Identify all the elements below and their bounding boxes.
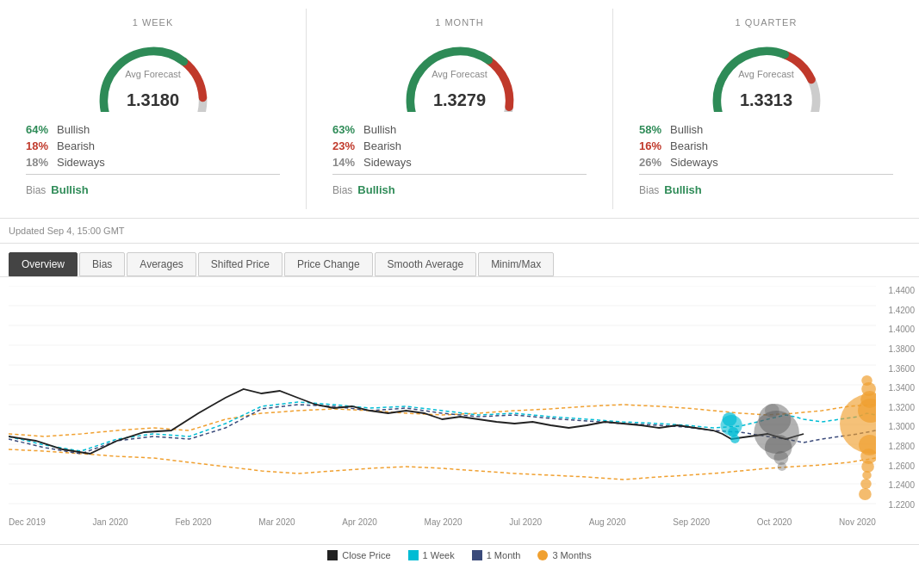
- bullish-row: 58% Bullish: [639, 123, 893, 136]
- svg-point-15: [730, 435, 739, 443]
- y-label: 1.3200: [888, 403, 915, 412]
- bias-value: Bullish: [664, 183, 701, 196]
- sideways-label: Sideways: [670, 156, 718, 169]
- x-label: Aug 2020: [589, 517, 626, 527]
- bearish-label: Bearish: [363, 139, 401, 152]
- legend-color: [408, 550, 419, 560]
- gauge: Avg Forecast 1.3180: [84, 34, 222, 112]
- bullish-row: 63% Bullish: [332, 123, 587, 136]
- sideways-row: 26% Sideways: [639, 156, 893, 169]
- legend-item-month: 1 Month: [472, 550, 521, 560]
- svg-point-30: [862, 471, 871, 480]
- bearish-pct: 18%: [26, 139, 57, 152]
- bearish-label: Bearish: [670, 139, 708, 152]
- chart-container: 1.44001.42001.40001.38001.36001.34001.32…: [0, 277, 919, 567]
- stats-section: 63% Bullish 23% Bearish 14% Sideways Bia…: [324, 119, 595, 201]
- top-section: 1 WEEK Avg Forecast 1.3180 64% Bullish 1…: [0, 0, 919, 219]
- chart-legend: Close Price 1 Week 1 Month 3 Months: [0, 544, 919, 567]
- bias-row: Bias Bullish: [332, 180, 587, 196]
- legend-color: [327, 550, 338, 560]
- legend-color: [472, 550, 482, 560]
- bullish-pct: 64%: [26, 123, 57, 136]
- svg-point-21: [778, 462, 786, 471]
- x-label: Mar 2020: [258, 517, 295, 527]
- legend-item-week: 1 Week: [408, 550, 455, 560]
- x-label: Oct 2020: [757, 517, 792, 527]
- tab-minim_max[interactable]: Minim/Max: [478, 252, 554, 276]
- y-label: 1.4400: [888, 286, 915, 295]
- svg-point-31: [860, 479, 872, 489]
- tabs-bar: OverviewBiasAveragesShifted PricePrice C…: [0, 244, 919, 277]
- y-label: 1.3600: [888, 364, 915, 374]
- legend-color: [537, 550, 548, 560]
- avg-label: Avg Forecast: [125, 69, 181, 79]
- avg-value: 1.3279: [433, 90, 486, 110]
- bullish-label: Bullish: [363, 123, 396, 136]
- x-axis: Dec 2019Jan 2020Feb 2020Mar 2020Apr 2020…: [9, 517, 876, 527]
- x-label: Sep 2020: [673, 517, 710, 527]
- sideways-pct: 14%: [332, 156, 363, 169]
- x-label: Dec 2019: [9, 517, 46, 527]
- y-label: 1.3000: [888, 422, 915, 431]
- tab-bias[interactable]: Bias: [79, 252, 125, 276]
- period-label: 1 MONTH: [435, 17, 484, 28]
- bearish-pct: 23%: [332, 139, 363, 152]
- avg-value: 1.3313: [740, 90, 792, 110]
- y-label: 1.2400: [888, 480, 915, 490]
- bullish-pct: 58%: [639, 123, 670, 136]
- y-label: 1.3400: [888, 383, 915, 393]
- bearish-row: 23% Bearish: [332, 139, 587, 152]
- x-label: Jan 2020: [93, 517, 128, 527]
- bullish-pct: 63%: [332, 123, 363, 136]
- legend-label: 1 Month: [487, 550, 521, 560]
- x-label: Jul 2020: [509, 517, 542, 527]
- x-label: Feb 2020: [175, 517, 211, 527]
- forecast-panel-week: 1 WEEK Avg Forecast 1.3180 64% Bullish 1…: [0, 9, 307, 209]
- y-label: 1.2800: [888, 442, 915, 451]
- y-axis: 1.44001.42001.40001.38001.36001.34001.32…: [888, 286, 915, 510]
- bias-value: Bullish: [357, 183, 394, 196]
- forecast-panel-quarter: 1 QUARTER Avg Forecast 1.3313 58% Bullis…: [613, 9, 919, 209]
- avg-label: Avg Forecast: [432, 69, 487, 79]
- svg-point-29: [861, 461, 874, 473]
- x-label: Nov 2020: [839, 517, 876, 527]
- updated-bar: Updated Sep 4, 15:00 GMT: [0, 219, 919, 244]
- svg-point-32: [859, 488, 872, 500]
- forecast-panel-month: 1 MONTH Avg Forecast 1.3279 63% Bullish …: [307, 9, 613, 209]
- x-label: May 2020: [425, 517, 463, 527]
- y-label: 1.4200: [888, 306, 915, 315]
- x-label: Apr 2020: [342, 517, 377, 527]
- stats-section: 58% Bullish 16% Bearish 26% Sideways Bia…: [630, 119, 902, 201]
- bias-label: Bias: [639, 184, 659, 196]
- legend-item-3months: 3 Months: [537, 550, 591, 560]
- gauge: Avg Forecast 1.3279: [391, 34, 529, 112]
- updated-text: Updated Sep 4, 15:00 GMT: [9, 226, 125, 236]
- bearish-row: 18% Bearish: [26, 139, 280, 152]
- tab-averages[interactable]: Averages: [127, 252, 196, 276]
- bias-label: Bias: [332, 184, 352, 196]
- legend-item-close: Close Price: [327, 550, 390, 560]
- period-label: 1 QUARTER: [736, 17, 798, 28]
- bearish-pct: 16%: [639, 139, 670, 152]
- sideways-label: Sideways: [363, 156, 412, 169]
- bullish-row: 64% Bullish: [26, 123, 280, 136]
- bias-row: Bias Bullish: [639, 180, 893, 196]
- bias-value: Bullish: [51, 183, 88, 196]
- tab-overview[interactable]: Overview: [9, 252, 78, 276]
- y-label: 1.3800: [888, 344, 915, 354]
- sideways-row: 18% Sideways: [26, 156, 280, 169]
- y-label: 1.2200: [888, 500, 915, 510]
- legend-label: 3 Months: [552, 550, 591, 560]
- sideways-pct: 18%: [26, 156, 57, 169]
- bullish-label: Bullish: [57, 123, 90, 136]
- tab-price_change[interactable]: Price Change: [284, 252, 373, 276]
- avg-value: 1.3180: [127, 90, 179, 110]
- stats-section: 64% Bullish 18% Bearish 18% Sideways Bia…: [17, 119, 289, 201]
- tab-shifted_price[interactable]: Shifted Price: [198, 252, 283, 276]
- y-label: 1.4000: [888, 325, 915, 334]
- chart-area: 1.44001.42001.40001.38001.36001.34001.32…: [0, 277, 919, 544]
- tab-smooth_average[interactable]: Smooth Average: [375, 252, 477, 276]
- bias-label: Bias: [26, 184, 46, 196]
- bearish-label: Bearish: [57, 139, 95, 152]
- period-label: 1 WEEK: [133, 17, 174, 28]
